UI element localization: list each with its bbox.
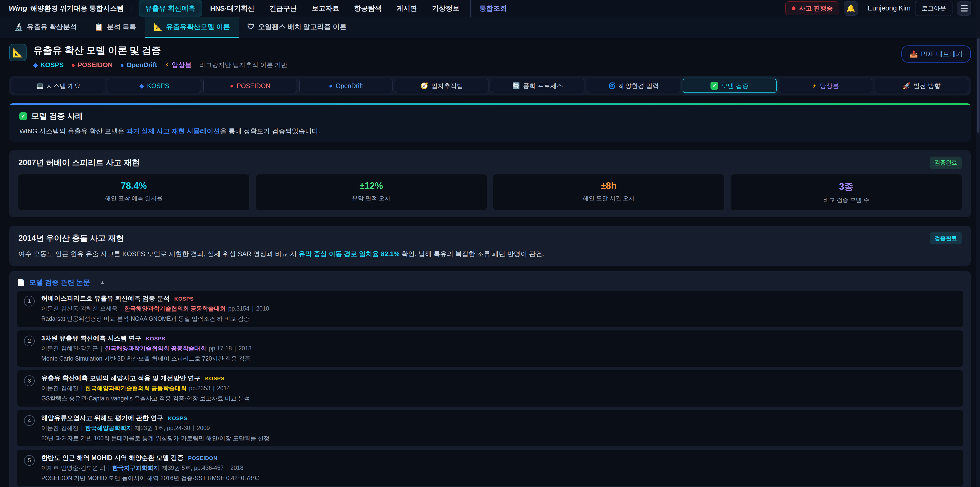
paper-title: 한반도 인근 해역 MOHID 지역 해양순환 모델 검증 xyxy=(41,453,183,462)
model-badges: ◆ KOSPS ● POSEIDON ● OpenDrift ⚡ 앙상블 xyxy=(33,61,192,69)
tab[interactable]: 📐 유출유확산모델 이론 xyxy=(145,17,239,38)
case-2014-card: 2014년 우이산 충돌 사고 재현 검증완료 여수 오동도 인근 원유 유출 … xyxy=(9,226,971,266)
tab[interactable]: 🔬 유출유 확산분석 xyxy=(6,17,86,38)
tab[interactable]: 🛡 오일펜스 배치 알고리즘 이론 xyxy=(239,17,355,38)
page-subnote: 라그랑지안 입자추적 이론 기반 xyxy=(199,61,288,69)
paper-item[interactable]: 3 유출유 확산예측 모델의 해양사고 적용 및 개선방안 연구 KOSPS 이… xyxy=(17,370,963,407)
collapse-arrow-icon[interactable]: ▲ xyxy=(100,279,105,286)
paper-meta: 이재호·임병준·김도연 외|한국지구과학회지제39권 5호, pp.436-45… xyxy=(41,464,259,472)
top-header: Wing 해양환경 위기대응 통합시스템 유출유 확산예측 HNS·대기확산 긴… xyxy=(0,0,980,17)
paper-pages: 제23권 1호, pp.24-30 xyxy=(135,425,190,431)
stat-box: 3종 비교 검증 모델 수 xyxy=(731,174,962,210)
intro-highlight: 과거 실제 사고 재현 시뮬레이션 xyxy=(126,127,220,135)
export-icon: 📤 xyxy=(910,50,918,58)
section-nav-button[interactable]: ✔ 모델 검증 xyxy=(682,79,776,93)
paper-item[interactable]: 4 해양유류오염사고 위해도 평가에 관한 연구 KOSPS 이문진·김혜진|한… xyxy=(17,410,963,446)
section-nav-icon: 💻 xyxy=(36,82,44,89)
paper-meta: 이문진·김선동·김혜진·오세웅|한국해양과학기술협의회 공동학술대회pp.315… xyxy=(41,305,269,313)
case-2014-text: 여수 오동도 인근 원유 유출 사고를 KOSPS 모델로 재현한 결과, 실제… xyxy=(18,249,962,259)
stat-label: 비교 검증 모델 수 xyxy=(735,196,958,204)
paper-number: 5 xyxy=(24,455,35,466)
section-nav-button[interactable]: ● OpenDrift xyxy=(299,79,393,93)
meta-separator: | xyxy=(81,385,83,391)
pdf-export-label: PDF 내보내기 xyxy=(921,49,963,59)
paper-model-tag: KOSPS xyxy=(146,335,165,342)
paper-item[interactable]: 5 한반도 인근 해역 MOHID 지역 해양순환 모델 검증 POSEIDON… xyxy=(17,450,963,486)
paper-title: 허베이스피리트호 유출유 확산예측 검증 분석 xyxy=(41,294,170,303)
paper-title: 유출유 확산예측 모델의 해양사고 적용 및 개선방안 연구 xyxy=(41,374,200,382)
notifications-button[interactable]: 🔔 xyxy=(844,1,858,16)
stat-value: 3종 xyxy=(735,180,958,193)
case-2007-stats: 78.4% 해안 표착 예측 일치율 ±12% 유막 면적 오차 ±8h 해안 … xyxy=(18,174,962,210)
model-badge-label: OpenDrift xyxy=(127,61,157,69)
section-nav: 💻 시스템 개요 ◆ KOSPS ● POSEIDON ● OpenDrift … xyxy=(9,76,971,96)
paper-journal: 한국해양과학기술협의회 공동학술대회 xyxy=(124,305,226,312)
section-nav-icon: 🌀 xyxy=(608,82,616,89)
stat-value: ±8h xyxy=(497,180,720,191)
model-badge-icon: ⚡ xyxy=(165,62,169,69)
pdf-export-button[interactable]: 📤 PDF 내보내기 xyxy=(901,45,971,62)
section-nav-icon: ⚡ xyxy=(813,82,817,89)
section-nav-button[interactable]: 💻 시스템 개요 xyxy=(12,79,105,93)
divider xyxy=(862,3,863,14)
tab-label: 분석 목록 xyxy=(107,22,136,31)
paper-number: 2 xyxy=(24,335,35,346)
papers-section-toggle[interactable]: 📄 모델 검증 관련 논문 ▲ xyxy=(17,278,963,287)
paper-model-tag: KOSPS xyxy=(168,415,187,422)
scrollbar-thumb[interactable] xyxy=(977,38,980,133)
tab[interactable]: 📋 분석 목록 xyxy=(86,17,145,38)
section-nav-label: 풍화 프로세스 xyxy=(523,82,563,90)
main-nav-item-label: 항공탐색 xyxy=(354,4,382,13)
section-nav-button[interactable]: 🌀 해양환경 입력 xyxy=(587,79,680,93)
logout-button[interactable]: 로그아웃 xyxy=(915,1,953,16)
main-nav-item[interactable]: 긴급구난 xyxy=(263,0,304,17)
model-badge-label: POSEIDON xyxy=(78,61,113,69)
meta-separator: | xyxy=(226,465,228,471)
paper-number: 3 xyxy=(24,375,35,386)
section-nav-button[interactable]: ◆ KOSPS xyxy=(108,79,201,93)
section-nav-button[interactable]: 🚀 발전 방향 xyxy=(875,79,968,93)
paper-item[interactable]: 1 허베이스피리트호 유출유 확산예측 검증 분석 KOSPS 이문진·김선동·… xyxy=(17,291,963,327)
incident-status-badge[interactable]: 사고 진행중 xyxy=(785,1,839,15)
model-badge-label: 앙상블 xyxy=(172,61,192,69)
validation-intro-title-text: 모델 검증 사례 xyxy=(31,111,83,121)
main-nav-item[interactable]: 유출유 확산예측 xyxy=(138,0,202,17)
app-logo: Wing 해양환경 위기대응 통합시스템 xyxy=(9,4,124,13)
hamburger-menu-button[interactable] xyxy=(957,1,971,16)
paper-journal: 한국지구과학회지 xyxy=(112,465,159,471)
section-nav-icon: 🚀 xyxy=(903,82,910,89)
stat-value: 78.4% xyxy=(22,180,245,191)
main-nav-item[interactable]: 항공탐색 xyxy=(348,0,388,17)
stat-box: 78.4% 해안 표착 예측 일치율 xyxy=(18,174,249,210)
section-nav-button[interactable]: ⚡ 앙상블 xyxy=(779,79,873,93)
section-nav-button[interactable]: 🔄 풍화 프로세스 xyxy=(491,79,584,93)
tab-icon: 🛡 xyxy=(247,23,255,31)
paper-year: 2018 xyxy=(231,465,243,471)
paper-note: 20년 과거자료 기반 100회 몬테카를로 통계 위험평가·가로림만 해안/어… xyxy=(41,434,270,442)
section-nav-icon: 🔄 xyxy=(512,82,520,89)
main-nav-item[interactable]: HNS·대기확산 xyxy=(204,0,261,17)
paper-model-tag: KOSPS xyxy=(205,375,224,382)
paper-note: POSEIDON 기반 MOHID 모델 동아시아 해역 2016년 검증·SS… xyxy=(41,474,259,482)
paper-item[interactable]: 2 3차원 유출유 확산예측 시스템 연구 KOSPS 이문진·김혜진·강관근|… xyxy=(17,331,963,367)
section-nav-button[interactable]: ● POSEIDON xyxy=(204,79,297,93)
stat-label: 해안 표착 예측 일치율 xyxy=(22,194,245,202)
paper-body: 3차원 유출유 확산예측 시스템 연구 KOSPS 이문진·김혜진·강관근|한국… xyxy=(41,334,251,362)
model-badge-icon: ◆ xyxy=(33,62,38,69)
paper-note: GS칼텍스 송유관·Captain Vangelis 유출사고 적용 검증·현장… xyxy=(41,394,250,402)
section-nav-button[interactable]: 🧭 입자추적법 xyxy=(395,79,488,93)
meta-separator: | xyxy=(120,305,122,312)
main-nav-item[interactable]: 보고자료 xyxy=(305,0,346,17)
case-2014-highlight: 유막 중심 이동 경로 일치율 82.1% xyxy=(299,250,400,258)
paper-model-tag: POSEIDON xyxy=(188,455,218,461)
paper-body: 해양유류오염사고 위해도 평가에 관한 연구 KOSPS 이문진·김혜진|한국해… xyxy=(41,414,270,442)
main-nav-item[interactable]: 게시판 xyxy=(390,0,424,17)
page-header-text: 유출유 확산 모델 이론 및 검증 ◆ KOSPS ● POSEIDON ● O… xyxy=(33,44,287,69)
tab-label: 유출유확산모델 이론 xyxy=(166,22,230,31)
model-badge-icon: ● xyxy=(72,62,75,69)
stat-label: 해안 도달 시간 오차 xyxy=(497,194,720,202)
main-nav-item[interactable]: 기상정보 xyxy=(425,0,466,17)
model-badge-label: KOSPS xyxy=(40,61,64,69)
main-nav-item[interactable]: 통합조회 xyxy=(470,0,514,17)
meta-separator: | xyxy=(213,385,215,391)
